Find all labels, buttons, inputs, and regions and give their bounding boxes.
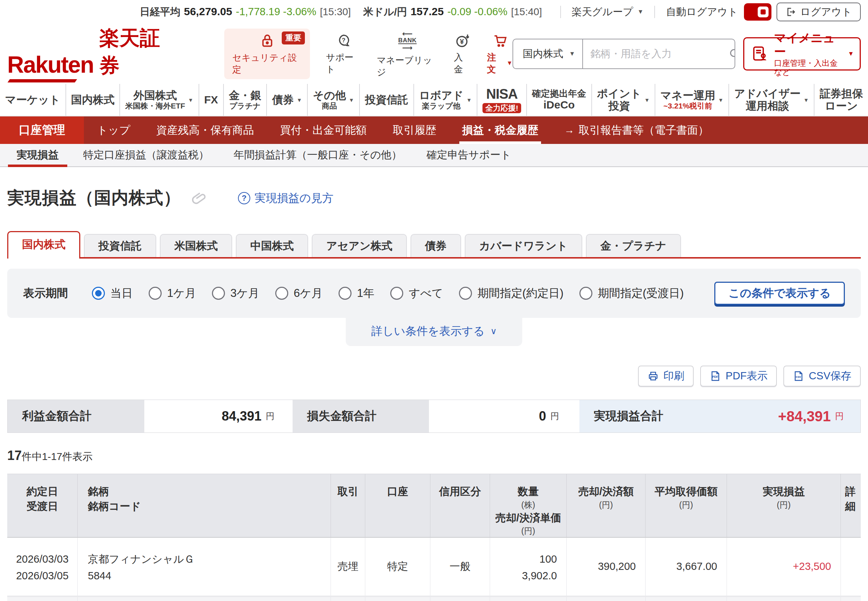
col-account: 口座 bbox=[365, 474, 430, 537]
usdjpy-label: 米ドル/円 bbox=[363, 5, 407, 19]
realized-pl-help-link[interactable]: ? 実現損益の見方 bbox=[238, 191, 334, 206]
subnav-annual-pl[interactable]: 年間損益計算（一般口座・その他） bbox=[221, 144, 414, 166]
cell-avg-price: 3,667.00 bbox=[645, 538, 727, 596]
radio-all[interactable]: すべて bbox=[390, 286, 443, 301]
nikkei-time: [15:30] bbox=[320, 6, 351, 18]
subnav-specific-account-pl[interactable]: 特定口座損益（譲渡益税） bbox=[71, 144, 221, 166]
period-filter-panel: 表示期間 当日 1ケ月 3ケ月 6ケ月 1年 すべて 期間指定(約定日) 期間指… bbox=[7, 268, 861, 318]
nav-mutual-funds[interactable]: 投資信託 bbox=[359, 84, 413, 116]
nav-market[interactable]: マーケット bbox=[0, 84, 66, 116]
cell-detail bbox=[841, 538, 860, 596]
pdf-view-button[interactable]: PDF PDF表示 bbox=[700, 366, 777, 387]
cart-icon bbox=[492, 32, 508, 49]
cell-account: 特定 bbox=[365, 597, 430, 601]
tab-asean-stock[interactable]: アセアン株式 bbox=[312, 234, 407, 257]
rakuten-group-menu[interactable]: 楽天グループ ▼ bbox=[572, 5, 644, 19]
search-input[interactable] bbox=[583, 48, 728, 59]
radio-6months[interactable]: 6ケ月 bbox=[275, 286, 323, 301]
tab-china-stock[interactable]: 中国株式 bbox=[236, 234, 308, 257]
auto-logout-control: 自動ログアウト bbox=[666, 3, 771, 21]
account-nav-top[interactable]: トップ bbox=[84, 116, 143, 144]
security-settings-link[interactable]: 重要 セキュリティ設定 bbox=[224, 29, 310, 79]
usdjpy-quote: 米ドル/円 157.25 -0.09 -0.06% [15:40] bbox=[363, 5, 542, 19]
order-label: 注文 bbox=[487, 51, 503, 75]
nav-foreign-stock[interactable]: 外国株式米国株・海外ETF ▼ bbox=[119, 84, 198, 116]
print-button[interactable]: 印刷 bbox=[638, 366, 694, 387]
tab-mutual-funds[interactable]: 投資信託 bbox=[84, 234, 156, 257]
svg-text:?: ? bbox=[342, 37, 345, 43]
support-link[interactable]: ? サポート bbox=[326, 32, 361, 75]
tab-gold-platinum[interactable]: 金・プラチナ bbox=[586, 234, 681, 257]
nav-point-invest[interactable]: ポイント投資 ▼ bbox=[591, 84, 654, 116]
nav-domestic-stock[interactable]: 国内株式 bbox=[66, 84, 120, 116]
logout-button[interactable]: ログアウト bbox=[776, 3, 861, 21]
caret-down-icon: ▼ bbox=[349, 97, 354, 103]
cell-avg-price: 3,850.00 bbox=[645, 597, 727, 601]
nav-other-products[interactable]: その他商品 ▼ bbox=[307, 84, 359, 116]
radio-today[interactable]: 当日 bbox=[92, 286, 133, 301]
csv-save-button[interactable]: csv CSV保存 bbox=[783, 366, 861, 387]
order-menu[interactable]: 注文 ▼ bbox=[487, 32, 513, 75]
show-detailed-conditions-link[interactable]: 詳しい条件を表示する ∨ bbox=[346, 318, 522, 346]
printer-icon bbox=[647, 370, 659, 382]
cell-trade: 売埋 bbox=[331, 538, 365, 596]
tab-domestic-stock[interactable]: 国内株式 bbox=[7, 231, 80, 259]
nav-roboad[interactable]: ロボアド楽ラップ他 ▼ bbox=[413, 84, 477, 116]
caret-down-icon: ▼ bbox=[718, 97, 723, 103]
account-nav-trade-history[interactable]: 取引履歴 bbox=[380, 116, 449, 144]
usdjpy-change: -0.09 -0.06% bbox=[447, 6, 507, 18]
my-menu-button[interactable]: マイメニュー 口座管理・入出金など ▼ bbox=[743, 37, 861, 70]
paperclip-icon[interactable] bbox=[189, 188, 208, 207]
caret-down-icon: ▼ bbox=[804, 97, 809, 103]
logo-jp: 楽天証券 bbox=[99, 24, 174, 83]
nav-securities-loan[interactable]: 証券担保ローン bbox=[814, 84, 868, 116]
chevron-down-icon: ∨ bbox=[490, 326, 497, 336]
rakuten-logo[interactable]: Rakuten 楽天証券 bbox=[7, 24, 174, 83]
cell-name[interactable]: 京都フィナンシャルＧ 5844 bbox=[78, 538, 331, 596]
tab-covered-warrant[interactable]: カバードワラント bbox=[465, 234, 582, 257]
nav-nisa[interactable]: NISA 全力応援! bbox=[477, 84, 526, 116]
account-nav-reports[interactable]: → 取引報告書等（電子書面） bbox=[551, 116, 722, 144]
important-badge: 重要 bbox=[282, 32, 305, 44]
stock-search-box: 国内株式 ▼ bbox=[513, 39, 735, 69]
radio-1month[interactable]: 1ケ月 bbox=[149, 286, 196, 301]
nav-fx[interactable]: FX bbox=[198, 84, 223, 116]
subnav-realized-pl[interactable]: 実現損益 bbox=[5, 144, 71, 166]
nav-money-management[interactable]: マネー運用~3.21%税引前 ▼ bbox=[654, 84, 728, 116]
deposit-link[interactable]: ¥ 入金 bbox=[454, 32, 471, 75]
nav-bonds[interactable]: 債券 ▼ bbox=[266, 84, 307, 116]
radio-1year[interactable]: 1年 bbox=[339, 286, 374, 301]
nav-gold-platinum[interactable]: 金・銀プラチナ bbox=[223, 84, 267, 116]
radio-range-trade-date[interactable]: 期間指定(約定日) bbox=[459, 286, 563, 301]
nikkei-quote: 日経平均 56,279.05 -1,778.19 -3.06% [15:30] bbox=[140, 5, 351, 19]
realized-pl-total: 実現損益合計 +84,391 円 bbox=[580, 400, 860, 433]
question-icon: ? bbox=[238, 192, 250, 204]
account-nav-withdrawable[interactable]: 買付・出金可能額 bbox=[267, 116, 380, 144]
account-nav-balance[interactable]: 資産残高・保有商品 bbox=[143, 116, 267, 144]
col-dates: 約定日 受渡日 bbox=[7, 474, 78, 537]
nav-advisor[interactable]: アドバイザー運用相談 ▼ bbox=[728, 84, 814, 116]
search-category-select[interactable]: 国内株式 ▼ bbox=[513, 40, 583, 68]
search-icon[interactable] bbox=[728, 47, 735, 61]
divider bbox=[560, 6, 561, 18]
auto-logout-toggle[interactable] bbox=[744, 3, 772, 21]
account-nav-pl-tax-history[interactable]: 損益・税金履歴 bbox=[449, 116, 551, 144]
logout-label: ログアウト bbox=[800, 5, 852, 19]
sub-nav: 実現損益 特定口座損益（譲渡益税） 年間損益計算（一般口座・その他） 確定申告サ… bbox=[0, 144, 868, 167]
radio-3months[interactable]: 3ケ月 bbox=[212, 286, 259, 301]
cell-name[interactable]: 京都フィナンシャルＧ bbox=[78, 597, 331, 601]
radio-range-settle-date[interactable]: 期間指定(受渡日) bbox=[580, 286, 684, 301]
my-menu-title: マイメニュー bbox=[774, 31, 843, 59]
col-name: 銘柄 銘柄コード bbox=[78, 474, 331, 537]
tab-bonds[interactable]: 債券 bbox=[410, 234, 461, 257]
apply-filter-button[interactable]: この条件で表示する bbox=[714, 282, 845, 305]
radio-button bbox=[339, 287, 352, 300]
nav-ideco[interactable]: 確定拠出年金iDeCo bbox=[526, 84, 591, 116]
account-nav-root[interactable]: 口座管理 bbox=[0, 116, 84, 144]
nikkei-value: 56,279.05 bbox=[184, 5, 232, 18]
my-menu-subtitle: 口座管理・入出金など bbox=[774, 59, 843, 77]
subnav-tax-filing-support[interactable]: 確定申告サポート bbox=[414, 144, 523, 166]
tab-us-stock[interactable]: 米国株式 bbox=[160, 234, 232, 257]
radio-button bbox=[212, 287, 225, 300]
money-bridge-link[interactable]: ⟵ BANK ⟶ マネーブリッジ bbox=[377, 30, 438, 78]
